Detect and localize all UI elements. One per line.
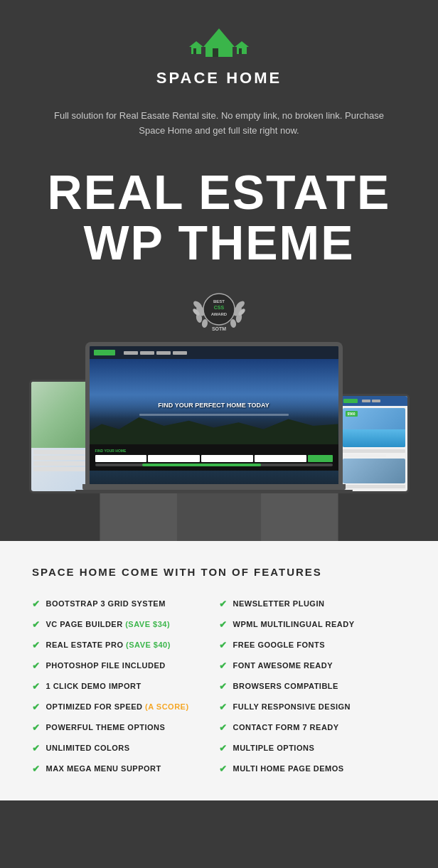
check-icon: ✔ bbox=[219, 681, 228, 692]
feature-item-demo-import: ✔ 1 CLICK DEMO IMPORT bbox=[32, 676, 219, 697]
laptop-hero-text: FIND YOUR PERFECT HOME TODAY bbox=[158, 387, 269, 412]
nav-link bbox=[173, 351, 187, 355]
feature-label: BROWSERS COMPATIBLE bbox=[233, 681, 338, 691]
feature-label: 1 CLICK DEMO IMPORT bbox=[46, 681, 141, 691]
check-icon: ✔ bbox=[32, 599, 41, 609]
features-title: SPACE HOME COME WITH TON OF FEATURES bbox=[32, 566, 406, 578]
feature-item-speed: ✔ OPTIMIZED FOR SPEED (A SCORE) bbox=[32, 697, 219, 717]
feature-label: BOOTSTRAP 3 GRID SYSTEM bbox=[46, 599, 166, 609]
svg-marker-3 bbox=[203, 28, 235, 47]
award-section: BEST CSS AWARD SOTM bbox=[0, 275, 438, 342]
svg-marker-6 bbox=[235, 41, 249, 47]
feature-label: FREE GOOGLE FONTS bbox=[233, 640, 326, 650]
feature-item-colors: ✔ UNLIMITED COLORS bbox=[32, 738, 219, 759]
header: SPACE HOME bbox=[0, 0, 438, 102]
feature-item-browsers: ✔ BROWSERS COMPATIBLE bbox=[219, 676, 406, 697]
svg-text:SOTM: SOTM bbox=[212, 326, 226, 331]
search-field bbox=[148, 455, 200, 462]
feature-label: MAX MEGA MENU SUPPORT bbox=[46, 763, 161, 773]
feature-item-multiple-options: ✔ MULTIPLE OPTIONS bbox=[219, 738, 406, 759]
search-fields-row bbox=[95, 455, 333, 462]
tablet-nav bbox=[362, 400, 380, 402]
laptop-screen-content: FIND YOUR PERFECT HOME TODAY FIND YOUR H… bbox=[90, 346, 338, 484]
feature-label: CONTACT FORM 7 READY bbox=[233, 722, 339, 732]
nav-link bbox=[124, 351, 138, 355]
award-badge: BEST CSS AWARD SOTM bbox=[191, 282, 247, 339]
feature-label: REAL ESTATE PRO (SAVE $40) bbox=[46, 640, 171, 650]
feature-item-mega-menu: ✔ MAX MEGA MENU SUPPORT bbox=[32, 759, 219, 779]
laptop-base bbox=[82, 484, 346, 490]
svg-marker-0 bbox=[189, 41, 203, 47]
feature-item-home-demos: ✔ MULTI HOME PAGE DEMOS bbox=[219, 759, 406, 779]
check-icon: ✔ bbox=[219, 722, 228, 733]
feature-label: VC PAGE BUILDER (SAVE $34) bbox=[46, 619, 171, 629]
svg-text:CSS: CSS bbox=[214, 305, 225, 310]
svg-rect-4 bbox=[205, 47, 233, 57]
laptop-divider bbox=[139, 414, 289, 416]
feature-label: MULTIPLE OPTIONS bbox=[233, 743, 315, 753]
search-label: FIND YOUR HOME bbox=[95, 449, 333, 453]
check-icon: ✔ bbox=[219, 702, 228, 712]
feature-item-newsletter: ✔ NEWSLETTER PLUGIN bbox=[219, 594, 406, 614]
feature-label: UNLIMITED COLORS bbox=[46, 743, 130, 753]
search-field bbox=[201, 455, 253, 462]
laptop-screen: FIND YOUR PERFECT HOME TODAY FIND YOUR H… bbox=[85, 342, 343, 484]
svg-rect-9 bbox=[215, 37, 217, 41]
laptop-device: FIND YOUR PERFECT HOME TODAY FIND YOUR H… bbox=[75, 342, 353, 493]
check-icon: ✔ bbox=[219, 599, 228, 609]
search-field bbox=[255, 455, 306, 462]
check-icon: ✔ bbox=[32, 640, 41, 650]
feature-label: PHOTOSHOP FILE INCLUDED bbox=[46, 660, 166, 670]
check-icon: ✔ bbox=[32, 722, 41, 733]
check-icon: ✔ bbox=[32, 702, 41, 712]
laptop-navbar bbox=[90, 346, 338, 359]
feature-item-responsive: ✔ FULLY RESPONSIVE DESIGN bbox=[219, 697, 406, 717]
laptop-search-section: FIND YOUR HOME bbox=[90, 444, 338, 471]
tab-link bbox=[372, 400, 380, 402]
svg-rect-10 bbox=[221, 37, 223, 41]
hero-title-line2: WP THEME bbox=[14, 218, 424, 268]
check-icon: ✔ bbox=[219, 763, 228, 774]
search-button[interactable] bbox=[308, 455, 333, 462]
features-grid: ✔ BOOTSTRAP 3 GRID SYSTEM ✔ VC PAGE BUIL… bbox=[32, 594, 406, 779]
feature-item-vc: ✔ VC PAGE BUILDER (SAVE $34) bbox=[32, 614, 219, 635]
svg-text:AWARD: AWARD bbox=[211, 312, 228, 316]
laptop-nav-links bbox=[124, 351, 187, 355]
svg-rect-2 bbox=[193, 48, 196, 54]
hero-title-section: REAL ESTATE WP THEME bbox=[0, 153, 438, 276]
hero-title-line1: REAL ESTATE bbox=[14, 167, 424, 218]
feature-label: MULTI HOME PAGE DEMOS bbox=[233, 763, 344, 773]
nav-link bbox=[140, 351, 154, 355]
feature-label: OPTIMIZED FOR SPEED (A SCORE) bbox=[46, 702, 189, 712]
range-slider bbox=[95, 464, 333, 466]
feature-label: POWERFUL THEME OPTIONS bbox=[46, 722, 166, 732]
feature-label: FULLY RESPONSIVE DESIGN bbox=[233, 702, 351, 712]
check-icon: ✔ bbox=[32, 660, 41, 671]
check-icon: ✔ bbox=[219, 619, 228, 630]
check-icon: ✔ bbox=[32, 763, 41, 774]
feature-item-contact-form: ✔ CONTACT FORM 7 READY bbox=[219, 717, 406, 738]
brand-name: SPACE HOME bbox=[14, 69, 424, 87]
check-icon: ✔ bbox=[32, 619, 41, 630]
feature-item-bootstrap: ✔ BOOTSTRAP 3 GRID SYSTEM bbox=[32, 594, 219, 614]
slider-track bbox=[95, 464, 333, 466]
feature-item-wpml: ✔ WPML MULTILINGUAL READY bbox=[219, 614, 406, 635]
feature-label: NEWSLETTER PLUGIN bbox=[233, 599, 325, 609]
laptop-logo bbox=[94, 350, 115, 355]
features-right-col: ✔ NEWSLETTER PLUGIN ✔ WPML MULTILINGUAL … bbox=[219, 594, 406, 779]
laptop-foot bbox=[75, 490, 353, 493]
logo-icon bbox=[183, 21, 255, 63]
tagline: Full solution for Real Easate Rental sit… bbox=[0, 102, 438, 153]
check-icon: ✔ bbox=[219, 660, 228, 671]
feature-item-font-awesome: ✔ FONT AWESOME READY bbox=[219, 655, 406, 676]
feature-item-real-estate-pro: ✔ REAL ESTATE PRO (SAVE $40) bbox=[32, 635, 219, 655]
slider-fill bbox=[142, 464, 261, 466]
check-icon: ✔ bbox=[219, 640, 228, 650]
svg-rect-8 bbox=[239, 48, 242, 54]
features-section: SPACE HOME COME WITH TON OF FEATURES ✔ B… bbox=[0, 541, 438, 800]
laptop-hero: FIND YOUR PERFECT HOME TODAY bbox=[90, 359, 338, 444]
feature-item-photoshop: ✔ PHOTOSHOP FILE INCLUDED bbox=[32, 655, 219, 676]
feature-item-google-fonts: ✔ FREE GOOGLE FONTS bbox=[219, 635, 406, 655]
feature-label: FONT AWESOME READY bbox=[233, 660, 333, 670]
nav-link bbox=[156, 351, 171, 355]
